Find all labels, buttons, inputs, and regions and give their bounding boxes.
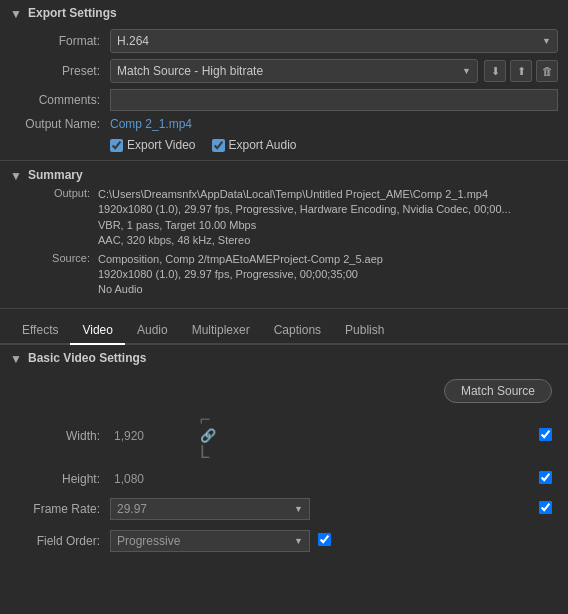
field-order-select-wrapper: Progressive xyxy=(110,530,310,552)
height-label: Height: xyxy=(20,472,110,486)
export-video-checkbox[interactable] xyxy=(110,139,123,152)
format-select-wrapper: H.264 xyxy=(110,29,558,53)
format-control: H.264 xyxy=(110,29,558,53)
field-order-label: Field Order: xyxy=(20,534,110,548)
field-order-checkbox-wrap xyxy=(318,533,331,549)
width-label: Width: xyxy=(20,429,110,443)
output-name-link[interactable]: Comp 2_1.mp4 xyxy=(110,117,192,131)
export-audio-checkbox[interactable] xyxy=(212,139,225,152)
comments-row: Comments: xyxy=(0,86,568,114)
output-value-1: C:\Users\Dreamsnfx\AppData\Local\Temp\Un… xyxy=(98,187,558,202)
basic-video-settings-title: Basic Video Settings xyxy=(28,351,146,365)
export-settings-header: ▼ Export Settings xyxy=(0,0,568,26)
comments-control xyxy=(110,89,558,111)
summary-header: ▼ Summary xyxy=(0,165,568,185)
tab-multiplexer[interactable]: Multiplexer xyxy=(180,317,262,345)
collapse-icon[interactable]: ▼ xyxy=(10,7,22,19)
output-name-label: Output Name: xyxy=(20,117,110,131)
frame-rate-toggle[interactable] xyxy=(539,501,552,514)
width-checkbox-wrap xyxy=(539,428,552,444)
source-key: Source: xyxy=(30,252,90,298)
summary-grid: Output: C:\Users\Dreamsnfx\AppData\Local… xyxy=(0,185,568,302)
height-row: Height: xyxy=(0,465,568,493)
match-source-button[interactable]: Match Source xyxy=(444,379,552,403)
bracket-link-group: ⌐ 🔗 L xyxy=(194,412,216,460)
export-audio-checkbox-label[interactable]: Export Audio xyxy=(212,138,297,152)
export-settings-panel: ▼ Export Settings Format: H.264 Preset: … xyxy=(0,0,568,309)
preset-icons-group: ⬇ ⬆ 🗑 xyxy=(484,60,558,82)
output-values: C:\Users\Dreamsnfx\AppData\Local\Temp\Un… xyxy=(98,187,558,249)
export-audio-label: Export Audio xyxy=(229,138,297,152)
basic-video-settings-panel: ▼ Basic Video Settings Match Source Widt… xyxy=(0,345,568,567)
frame-rate-label: Frame Rate: xyxy=(20,502,110,516)
output-name-row: Output Name: Comp 2_1.mp4 xyxy=(0,114,568,134)
source-value-2: 1920x1080 (1.0), 29.97 fps, Progressive,… xyxy=(98,267,558,282)
width-height-container: ⌐ 🔗 L xyxy=(110,412,216,460)
preset-select[interactable]: Match Source - High bitrate xyxy=(110,59,478,83)
basic-video-settings-header: ▼ Basic Video Settings xyxy=(0,345,568,371)
export-video-label: Export Video xyxy=(127,138,196,152)
comments-label: Comments: xyxy=(20,93,110,107)
output-value-4: AAC, 320 kbps, 48 kHz, Stereo xyxy=(98,233,558,248)
frame-rate-select-wrapper: 29.97 xyxy=(110,498,310,520)
preset-label: Preset: xyxy=(20,64,110,78)
source-value-1: Composition, Comp 2/tmpAEtoAMEProject-Co… xyxy=(98,252,558,267)
link-icon[interactable]: 🔗 xyxy=(200,428,216,443)
basic-video-collapse-icon[interactable]: ▼ xyxy=(10,352,22,364)
tab-video[interactable]: Video xyxy=(70,317,124,345)
preset-select-wrapper: Match Source - High bitrate xyxy=(110,59,478,83)
output-key: Output: xyxy=(30,187,90,249)
summary-title: Summary xyxy=(28,168,83,182)
bracket-top: ⌐ xyxy=(200,412,211,426)
tab-effects[interactable]: Effects xyxy=(10,317,70,345)
format-row: Format: H.264 xyxy=(0,26,568,56)
preset-row: Preset: Match Source - High bitrate ⬇ ⬆ … xyxy=(0,56,568,86)
tab-publish[interactable]: Publish xyxy=(333,317,396,345)
save-preset-button[interactable]: ⬇ xyxy=(484,60,506,82)
field-order-row: Field Order: Progressive xyxy=(0,525,568,557)
summary-collapse-icon[interactable]: ▼ xyxy=(10,169,22,181)
tabs-bar: Effects Video Audio Multiplexer Captions… xyxy=(0,309,568,345)
format-label: Format: xyxy=(20,34,110,48)
source-value-3: No Audio xyxy=(98,282,558,297)
width-toggle[interactable] xyxy=(539,428,552,441)
bracket-bottom: L xyxy=(200,445,210,459)
height-toggle[interactable] xyxy=(539,471,552,484)
tab-captions[interactable]: Captions xyxy=(262,317,333,345)
height-checkbox-wrap xyxy=(539,471,552,487)
width-row: Width: ⌐ 🔗 L xyxy=(0,407,568,465)
field-order-select[interactable]: Progressive xyxy=(110,530,310,552)
width-input[interactable] xyxy=(110,427,190,445)
match-source-row: Match Source xyxy=(0,371,568,407)
tab-audio[interactable]: Audio xyxy=(125,317,180,345)
frame-rate-row: Frame Rate: 29.97 xyxy=(0,493,568,525)
export-video-checkbox-label[interactable]: Export Video xyxy=(110,138,196,152)
import-preset-button[interactable]: ⬆ xyxy=(510,60,532,82)
export-settings-title: Export Settings xyxy=(28,6,117,20)
height-input[interactable] xyxy=(110,470,190,488)
divider xyxy=(0,160,568,161)
format-select[interactable]: H.264 xyxy=(110,29,558,53)
export-checkboxes-row: Export Video Export Audio xyxy=(0,134,568,156)
frame-rate-select[interactable]: 29.97 xyxy=(110,498,310,520)
comments-input[interactable] xyxy=(110,89,558,111)
field-order-toggle[interactable] xyxy=(318,533,331,546)
delete-preset-button[interactable]: 🗑 xyxy=(536,60,558,82)
source-values: Composition, Comp 2/tmpAEtoAMEProject-Co… xyxy=(98,252,558,298)
frame-rate-checkbox-wrap xyxy=(539,501,552,517)
output-value-3: VBR, 1 pass, Target 10.00 Mbps xyxy=(98,218,558,233)
output-value-2: 1920x1080 (1.0), 29.97 fps, Progressive,… xyxy=(98,202,558,217)
output-name-control: Comp 2_1.mp4 xyxy=(110,117,558,131)
preset-control: Match Source - High bitrate ⬇ ⬆ 🗑 xyxy=(110,59,558,83)
frame-rate-wrap: 29.97 xyxy=(110,498,531,520)
